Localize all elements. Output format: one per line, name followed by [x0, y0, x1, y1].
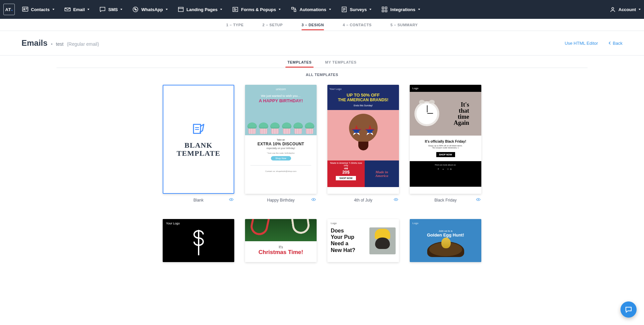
- bday-headline: A HAPPY BIRTHDAY!: [245, 98, 317, 103]
- title-separator: •: [51, 41, 52, 47]
- step-contacts[interactable]: 4 – CONTACTS: [343, 23, 372, 27]
- preview-button[interactable]: [476, 197, 481, 203]
- tab-templates[interactable]: TEMPLATES: [287, 60, 312, 68]
- svg-rect-6: [294, 10, 296, 11]
- bday-code: *Just use the code: birthdayfun: [245, 152, 317, 154]
- nav-label: Contacts: [31, 7, 50, 12]
- back-link[interactable]: Back: [608, 41, 622, 46]
- july-logo: Your Logo: [329, 87, 397, 91]
- caret-icon: [329, 9, 331, 10]
- template-thumb-july[interactable]: Your Logo UP TO 50% OFF THE AMERICAN BRA…: [327, 85, 399, 194]
- bf-find: Find out more about us:: [410, 164, 481, 166]
- nav-landing[interactable]: Landing Pages: [177, 6, 222, 13]
- contacts-icon: [22, 6, 29, 13]
- back-label: Back: [613, 41, 622, 46]
- nav-label: Surveys: [350, 7, 367, 12]
- nav-automations[interactable]: Automations: [290, 6, 331, 13]
- preview-button[interactable]: [394, 197, 398, 203]
- nav-label: Account: [618, 7, 636, 12]
- nav-forms[interactable]: Forms & Popups: [232, 6, 281, 13]
- template-tab-bar: TEMPLATES MY TEMPLATES: [0, 56, 644, 68]
- nav-email[interactable]: Email: [64, 6, 90, 13]
- bday-logo: unicorn: [245, 85, 317, 91]
- brand-logo[interactable]: AT: [3, 4, 15, 15]
- template-thumb-pup[interactable]: Logo DoesYour PupNeed aNew Hat?: [327, 219, 399, 262]
- template-thumb-egghunt[interactable]: Logo Join us to a Golden Egg Hunt!: [410, 219, 481, 262]
- bf-t1: It's officially Black Friday!: [412, 140, 479, 143]
- eye-icon: [476, 197, 481, 202]
- nav-surveys[interactable]: Surveys: [340, 6, 372, 13]
- caret-icon: [87, 9, 89, 10]
- egg-join: Join us to a: [412, 229, 479, 232]
- july-t3: 20$: [329, 170, 363, 175]
- yl-logo: Your Logo: [166, 222, 231, 225]
- nav-contacts[interactable]: Contacts: [22, 6, 54, 13]
- template-caption: 4th of July: [333, 198, 394, 203]
- caret-icon: [639, 9, 641, 10]
- template-thumb-birthday[interactable]: unicorn We just wanted to wish you… A HA…: [245, 85, 317, 194]
- bf-headline: It'sthattimeAgain: [454, 102, 469, 126]
- tab-my-templates[interactable]: MY TEMPLATES: [325, 60, 357, 68]
- july-brands: THE AMERICAN BRANDS!: [329, 98, 397, 102]
- svg-rect-5: [292, 7, 294, 9]
- sms-icon: [99, 6, 106, 13]
- template-caption: Black Friday: [415, 198, 476, 203]
- nav-label: WhatsApp: [141, 7, 163, 12]
- template-card: unicorn We just wanted to wish you… A HA…: [245, 85, 317, 203]
- nav-label: Email: [73, 7, 85, 12]
- caret-icon: [418, 9, 420, 10]
- svg-rect-3: [178, 7, 183, 12]
- steps-bar: 1 – TYPE 2 – SETUP 3 – DESIGN 4 – CONTAC…: [0, 19, 644, 31]
- survey-icon: [340, 6, 348, 13]
- chevron-left-icon: [608, 41, 611, 45]
- landing-icon: [177, 6, 185, 13]
- bday-wish: We just wanted to wish you…: [245, 94, 317, 98]
- template-card: Your Logo UP TO 50% OFF THE AMERICAN BRA…: [327, 85, 399, 203]
- step-setup[interactable]: 2 – SETUP: [263, 23, 283, 27]
- xmas-garland-graphic: [245, 219, 317, 241]
- bday-take: Take an: [245, 139, 317, 141]
- nav-integrations[interactable]: Integrations: [381, 6, 420, 13]
- page-header-right: Use HTML Editor Back: [565, 41, 622, 46]
- template-card: BLANKTEMPLATE Blank: [163, 85, 234, 203]
- nav-whatsapp[interactable]: WhatsApp: [132, 6, 167, 13]
- template-caption-row: 4th of July: [327, 194, 399, 203]
- svg-rect-9: [385, 7, 387, 9]
- template-caption-row: Blank: [163, 194, 234, 203]
- template-card: Logo Join us to a Golden Egg Hunt!: [410, 219, 481, 262]
- preview-button[interactable]: [311, 197, 316, 203]
- template-thumb-blackfriday[interactable]: Logo It'sthattimeAgain It's officially B…: [410, 85, 481, 194]
- svg-point-15: [396, 199, 397, 200]
- xmas-headline: Christmas Time!: [245, 249, 317, 256]
- caret-icon: [220, 9, 222, 10]
- template-caption-row: Happy Birthday: [245, 194, 317, 203]
- dollar-icon: [166, 225, 231, 257]
- nav-label: SMS: [108, 7, 118, 12]
- use-html-editor-link[interactable]: Use HTML Editor: [565, 41, 598, 46]
- preview-button[interactable]: [229, 197, 234, 203]
- caret-icon: [52, 9, 54, 10]
- nav-account[interactable]: Account: [609, 6, 641, 13]
- step-summary[interactable]: 5 – SUMMARY: [391, 23, 418, 27]
- cupcakes-graphic: [245, 115, 317, 135]
- step-design[interactable]: 3 – DESIGN: [301, 23, 324, 27]
- template-thumb-blank[interactable]: BLANKTEMPLATE: [163, 85, 234, 194]
- template-thumb-yourlogo[interactable]: Your Logo: [163, 219, 234, 262]
- egg-hunt: Golden Egg Hunt!: [412, 232, 479, 238]
- caret-icon: [166, 9, 168, 10]
- template-card: Your Logo: [163, 219, 234, 262]
- svg-point-16: [478, 199, 479, 200]
- july-ends: Ends this Sunday!: [329, 104, 397, 107]
- bday-esp: especially on your birthday!: [245, 147, 317, 149]
- template-thumb-christmas[interactable]: It's Christmas Time!: [245, 219, 317, 262]
- step-type[interactable]: 1 – TYPE: [226, 23, 244, 27]
- bf-clock-graphic: [410, 92, 444, 136]
- page-header: Emails • test (Regular email) Use HTML E…: [0, 31, 644, 56]
- blank-template-icon: [191, 121, 206, 137]
- svg-rect-10: [382, 10, 384, 12]
- pup-question: DoesYour PupNeed aNew Hat?: [331, 227, 367, 254]
- top-nav: AT Contacts Email SMS WhatsApp Landing P…: [0, 0, 644, 19]
- template-caption: Blank: [168, 198, 229, 203]
- svg-point-1: [24, 8, 25, 9]
- nav-sms[interactable]: SMS: [99, 6, 122, 13]
